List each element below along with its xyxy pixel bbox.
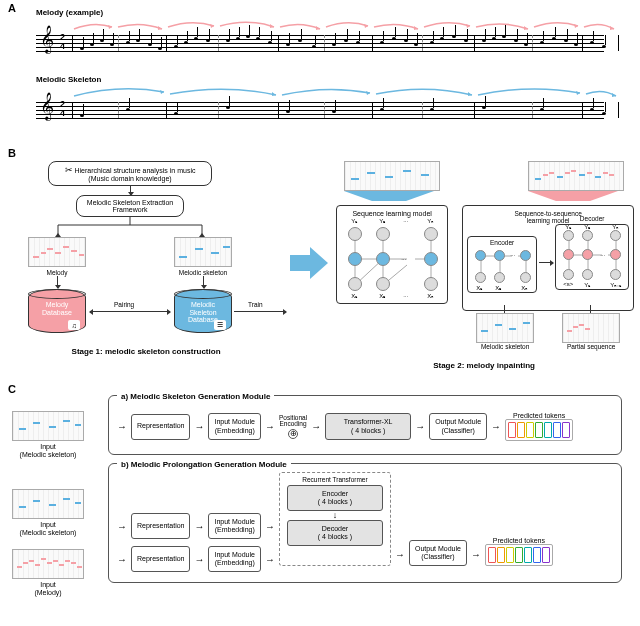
timesig-bot: 4 <box>60 42 65 51</box>
output-module-box: Output Module (Classifier) <box>409 540 467 566</box>
seq2seq-box: Sequence-to-sequence learning model Enco… <box>462 205 634 311</box>
arrow-right-icon: → <box>194 554 204 565</box>
representation-box: Representation <box>131 546 190 572</box>
panel-a: A Melody (example) 𝄞 24 <box>0 0 640 145</box>
document-icon: ☰ <box>214 320 226 330</box>
stage1-caption: Stage 1: melodic skeleton construction <box>8 347 284 356</box>
arrow-right-icon: → <box>265 421 275 432</box>
predicted-label: Predicted tokens <box>513 412 565 419</box>
scissors-icon: ✂ <box>65 165 73 175</box>
module-a-title: a) Melodic Skeleton Generation Module <box>117 392 274 401</box>
arrow-right-icon: → <box>265 554 275 565</box>
arrow-right-icon: → <box>194 521 204 532</box>
stage-arrow-icon <box>290 245 330 283</box>
domain-knowledge-box: ✂ Hierarchical structure analysis in mus… <box>48 161 212 186</box>
plus-icon: ⊕ <box>288 429 298 439</box>
positional-encoding: Positional Encoding ⊕ <box>279 415 307 439</box>
arrow-right-icon: → <box>265 521 275 532</box>
representation-box: Representation <box>131 513 190 539</box>
predicted-label: Predicted tokens <box>493 537 545 544</box>
input-module-box: Input Module (Embedding) <box>208 513 260 539</box>
panel-c: C Input (Melodic skeleton) a) Melodic Sk… <box>0 381 640 626</box>
treble-clef-icon: 𝄞 <box>40 94 54 118</box>
arrow-down-icon: ↓ <box>284 511 386 520</box>
figure: A Melody (example) 𝄞 24 <box>0 0 640 626</box>
panel-a-label: A <box>8 2 16 14</box>
panel-b: B ✂ Hierarchical structure analysis in m… <box>0 145 640 381</box>
transformer-xl-box: Transformer-XL ( 4 blocks ) <box>325 413 411 439</box>
output-module-box: Output Module (Classifier) <box>429 413 487 439</box>
music-note-icon: ♫ <box>68 320 80 330</box>
skeleton-input-bottom <box>476 313 534 343</box>
skeleton-title: Melodic Skeleton <box>36 75 632 84</box>
melody-staff: 𝄞 24 <box>36 19 604 69</box>
mini-melody-pianoroll <box>28 237 86 267</box>
skeleton-database: Melodic Skeleton Database ☰ <box>174 289 232 333</box>
treble-clef-icon: 𝄞 <box>40 27 54 51</box>
seq-model-box: Sequence learning model Y₁ Y₂ ... Yₙ ... <box>336 205 448 304</box>
arrow-right-icon: → <box>471 549 481 560</box>
input-melody-b: Input (Melody) <box>12 549 84 596</box>
arrow-right-icon: → <box>194 421 204 432</box>
skeleton-pianoroll-top <box>344 161 440 191</box>
arrow-right-icon: → <box>311 421 321 432</box>
arrow-right-icon: → <box>395 549 405 560</box>
decoder-box: Decoder ( 4 blocks ) <box>287 520 383 546</box>
arrow-right-icon: → <box>415 421 425 432</box>
predicted-tokens <box>485 544 553 566</box>
melody-title: Melody (example) <box>36 8 632 17</box>
encoder-label: Encoder <box>470 239 534 246</box>
melody-label: Melody <box>28 269 86 276</box>
train-label: Train <box>246 301 265 308</box>
recurrent-transformer-box: Recurrent Transformer Encoder ( 4 blocks… <box>279 472 391 566</box>
input-skeleton-a: Input (Melodic skeleton) <box>12 411 84 458</box>
predicted-tokens <box>505 419 573 441</box>
module-a: a) Melodic Skeleton Generation Module → … <box>108 395 622 455</box>
partial-seq-input <box>562 313 620 343</box>
melody-pianoroll-top <box>528 161 624 191</box>
input-module-box: Input Module (Embedding) <box>208 546 260 572</box>
arrow-right-icon: → <box>117 421 127 432</box>
stage2-caption: Stage 2: melody inpainting <box>336 361 632 370</box>
module-b-title: b) Melodic Prolongation Generation Modul… <box>117 460 291 469</box>
arrow-right-icon: → <box>117 554 127 565</box>
arrow-right-icon: → <box>491 421 501 432</box>
input-module-box: Input Module (Embedding) <box>208 413 260 439</box>
representation-box: Representation <box>131 414 190 440</box>
arrow-right-icon: → <box>117 521 127 532</box>
skeleton-staff: 𝄞 24 <box>36 86 604 136</box>
skeleton-label: Melodic skeleton <box>174 269 232 276</box>
panel-b-label: B <box>8 147 16 159</box>
mini-skeleton-pianoroll <box>174 237 232 267</box>
pairing-label: Pairing <box>112 301 136 308</box>
module-b: b) Melodic Prolongation Generation Modul… <box>108 463 622 583</box>
melody-database: Melody Database ♫ <box>28 289 86 333</box>
decoder-label: Decoder <box>556 215 628 222</box>
framework-box: Melodic Skeleton Extraction Framework <box>76 195 184 217</box>
encoder-box: Encoder ( 4 blocks ) <box>287 485 383 511</box>
panel-c-label: C <box>8 383 16 395</box>
input-skeleton-b: Input (Melodic skeleton) <box>12 489 84 536</box>
